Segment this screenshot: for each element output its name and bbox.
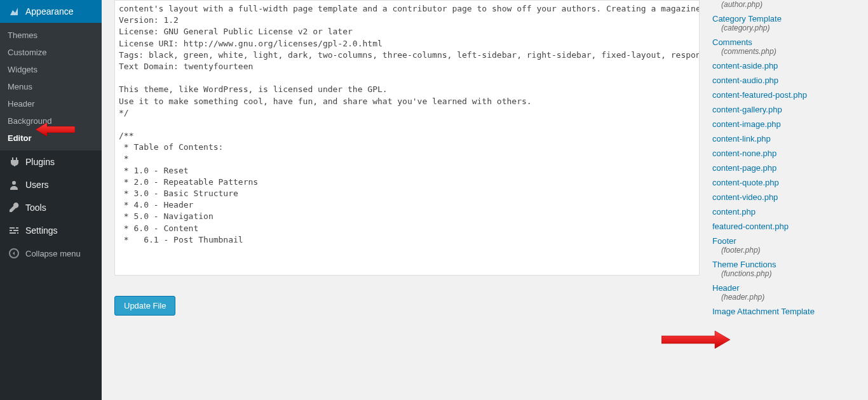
file-item: featured-content.php (712, 222, 850, 231)
file-link[interactable]: content.php (712, 207, 756, 217)
file-item: content.php (712, 207, 850, 217)
file-footer: Footer (footer.php) (712, 236, 850, 255)
file-link[interactable]: Theme Functions (712, 260, 776, 269)
file-item: content-audio.php (712, 76, 850, 85)
collapse-icon (8, 247, 20, 260)
submenu-appearance: Themes Customize Widgets Menus Header Ba… (0, 23, 102, 150)
menu-tools[interactable]: Tools (0, 196, 102, 219)
file-link[interactable]: content-quote.php (712, 178, 779, 187)
file-category: Category Template (category.php) (712, 14, 850, 32)
sub-customize[interactable]: Customize (0, 44, 102, 61)
file-link[interactable]: content-image.php (712, 119, 781, 129)
file-item: content-quote.php (712, 178, 850, 187)
file-item: content-video.php (712, 192, 850, 202)
file-fn: (category.php) (721, 23, 850, 32)
file-link[interactable]: Category Template (712, 14, 782, 23)
file-fn: (footer.php) (721, 246, 850, 255)
menu-settings[interactable]: Settings (0, 219, 102, 242)
collapse-label: Collapse menu (25, 249, 81, 258)
file-link[interactable]: content-page.php (712, 163, 776, 173)
update-file-button[interactable]: Update File (114, 296, 175, 316)
sub-header[interactable]: Header (0, 95, 102, 112)
file-author: (author.php) (712, 0, 850, 9)
file-link[interactable]: Comments (712, 37, 752, 47)
file-link[interactable]: content-featured-post.php (712, 90, 807, 100)
file-fn: (author.php) (721, 0, 850, 9)
menu-plugins-label: Plugins (25, 157, 55, 167)
file-item: content-gallery.php (712, 105, 850, 114)
sub-themes[interactable]: Themes (0, 27, 102, 44)
file-link[interactable]: featured-content.php (712, 222, 789, 231)
sub-menus[interactable]: Menus (0, 78, 102, 95)
brush-icon (8, 5, 20, 18)
file-item: content-image.php (712, 119, 850, 129)
code-editor[interactable] (114, 0, 700, 276)
file-image-attach: Image Attachment Template (712, 307, 850, 316)
svg-point-0 (12, 181, 16, 185)
menu-users[interactable]: Users (0, 173, 102, 196)
file-functions: Theme Functions (functions.php) (712, 260, 850, 278)
file-fn: (functions.php) (721, 269, 850, 278)
menu-plugins[interactable]: Plugins (0, 150, 102, 173)
file-item: content-link.php (712, 134, 850, 143)
file-link[interactable]: content-aside.php (712, 61, 778, 70)
file-item: content-page.php (712, 163, 850, 173)
sliders-icon (8, 224, 20, 237)
sub-editor[interactable]: Editor (0, 130, 102, 147)
file-comments: Comments (comments.php) (712, 37, 850, 56)
menu-tools-label: Tools (25, 203, 46, 213)
file-link[interactable]: Header (712, 283, 740, 293)
collapse-menu[interactable]: Collapse menu (0, 242, 102, 265)
file-link[interactable]: content-audio.php (712, 76, 778, 85)
file-fn: (comments.php) (721, 47, 850, 56)
file-fn: (header.php) (721, 293, 850, 302)
wrench-icon (8, 201, 20, 214)
editor-column: Update File (114, 0, 700, 400)
file-link[interactable]: content-none.php (712, 149, 776, 158)
file-item: content-featured-post.php (712, 90, 850, 100)
file-link[interactable]: content-video.php (712, 192, 778, 202)
file-item: content-aside.php (712, 61, 850, 70)
main-content: Update File (author.php) Category Templa… (102, 0, 868, 400)
menu-settings-label: Settings (25, 225, 58, 236)
plug-icon (8, 156, 20, 168)
sub-widgets[interactable]: Widgets (0, 61, 102, 78)
user-icon (8, 178, 20, 191)
file-link[interactable]: Image Attachment Template (712, 307, 815, 316)
admin-sidebar: Appearance Themes Customize Widgets Menu… (0, 0, 102, 400)
menu-appearance[interactable]: Appearance (0, 0, 102, 23)
file-link[interactable]: Footer (712, 236, 736, 246)
file-link[interactable]: content-gallery.php (712, 105, 782, 114)
file-list-panel: (author.php) Category Template (category… (712, 0, 855, 400)
menu-appearance-label: Appearance (25, 6, 74, 17)
file-link[interactable]: content-link.php (712, 134, 771, 143)
file-item: content-none.php (712, 149, 850, 158)
sub-background[interactable]: Background (0, 112, 102, 130)
file-header: Header (header.php) (712, 283, 850, 302)
menu-users-label: Users (25, 180, 49, 190)
